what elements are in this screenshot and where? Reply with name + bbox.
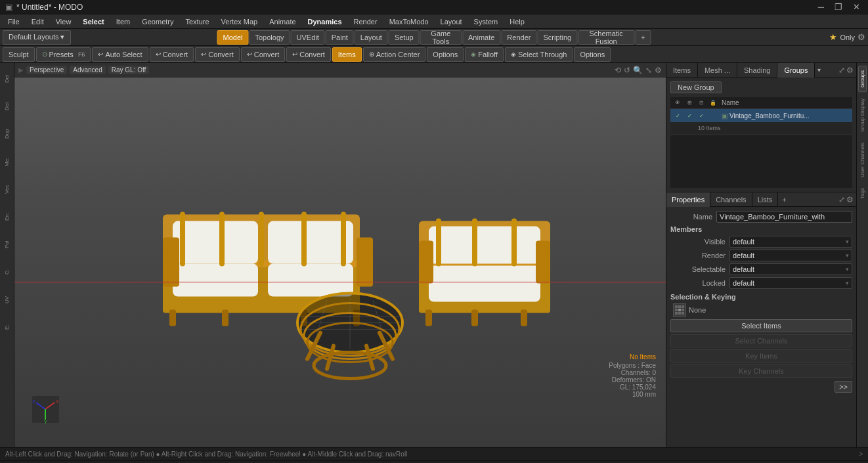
sidebar-item-e[interactable]: E: bbox=[3, 314, 11, 340]
render-select[interactable]: default ▾ bbox=[729, 250, 852, 261]
sidebar-item-en[interactable]: En: bbox=[3, 204, 11, 230]
presets-btn[interactable]: ⊙ Presets F6 bbox=[36, 47, 91, 62]
vp-gizmo-arrows[interactable]: ⟲ bbox=[615, 66, 621, 75]
prop-expand-icon[interactable]: ⤢ bbox=[838, 195, 845, 204]
vp-gizmo-fit[interactable]: ⤡ bbox=[645, 66, 652, 75]
sidebar-item-uv[interactable]: UV bbox=[3, 286, 11, 313]
selectable-select[interactable]: default ▾ bbox=[729, 263, 852, 275]
sidebar-item-me[interactable]: Me: bbox=[3, 148, 11, 175]
sidebar-item-default2[interactable]: Dei bbox=[3, 93, 11, 120]
visible-select[interactable]: default ▾ bbox=[729, 236, 852, 248]
presets-label: Presets bbox=[49, 51, 74, 58]
menu-edit[interactable]: Edit bbox=[26, 16, 49, 27]
far-tab-groupdisplay[interactable]: Group Display bbox=[859, 95, 866, 136]
options-btn1[interactable]: Options bbox=[427, 47, 464, 62]
auto-select-btn[interactable]: ↩ Auto Select bbox=[92, 47, 148, 62]
sculpt-btn[interactable]: Sculpt bbox=[3, 47, 35, 62]
falloff-btn[interactable]: ◈ Falloff bbox=[465, 47, 504, 62]
viewport[interactable]: ▶ Perspective Advanced Ray GL: Off ⟲ ↺ 🔍… bbox=[14, 63, 666, 447]
tab-paint[interactable]: Paint bbox=[326, 30, 354, 45]
options-btn2[interactable]: Options bbox=[574, 47, 611, 62]
far-tab-groups[interactable]: Groups bbox=[858, 66, 867, 92]
title-bar-controls[interactable]: ─ ❐ ✕ bbox=[815, 2, 863, 12]
sidebar-item-dup[interactable]: Dup bbox=[3, 121, 11, 147]
menu-layout[interactable]: Layout bbox=[435, 16, 467, 27]
tab-items[interactable]: Items bbox=[666, 63, 698, 77]
menu-animate[interactable]: Animate bbox=[264, 16, 301, 27]
menu-item[interactable]: Item bbox=[111, 16, 135, 27]
locked-select[interactable]: default ▾ bbox=[729, 277, 852, 289]
items-list-header: 👁 ⊞ ⊡ 🔒 Name bbox=[670, 97, 852, 109]
sidebar-item-default[interactable]: Dei bbox=[3, 66, 11, 92]
menu-vertexmap[interactable]: Vertex Map bbox=[216, 16, 263, 27]
tab-gametools[interactable]: Game Tools bbox=[420, 30, 462, 45]
sidebar-item-pol[interactable]: Pol bbox=[3, 231, 11, 257]
advanced-btn[interactable]: Advanced bbox=[70, 66, 105, 74]
ptab-add[interactable]: + bbox=[778, 192, 790, 207]
ptab-channels[interactable]: Channels bbox=[710, 192, 752, 207]
key-channels-button[interactable]: Key Channels bbox=[670, 364, 852, 378]
key-items-button[interactable]: Key Items bbox=[670, 349, 852, 363]
tab-groups[interactable]: Groups bbox=[777, 63, 815, 77]
tab-dropdown[interactable]: ▾ bbox=[815, 65, 823, 75]
select-channels-button[interactable]: Select Channels bbox=[670, 334, 852, 347]
tab-animate[interactable]: Animate bbox=[462, 30, 500, 45]
tab-mesh[interactable]: Mesh ... bbox=[698, 63, 737, 77]
menu-view[interactable]: View bbox=[51, 16, 77, 27]
expand-icon[interactable]: > bbox=[859, 451, 863, 458]
svg-rect-5 bbox=[173, 263, 258, 296]
convert-btn4[interactable]: ↩ Convert bbox=[286, 47, 331, 62]
vp-gizmo-search[interactable]: 🔍 bbox=[633, 66, 643, 75]
tab-add[interactable]: + bbox=[635, 30, 651, 45]
select-through-btn[interactable]: ◈ Select Through bbox=[505, 47, 573, 62]
vp-gizmo-settings[interactable]: ⚙ bbox=[655, 66, 662, 75]
group-name-cell: ▣ Vintage_Bamboo_Furnitu... bbox=[719, 112, 851, 120]
tab-uvedit[interactable]: UVEdit bbox=[291, 30, 325, 45]
minimize-button[interactable]: ─ bbox=[815, 2, 827, 12]
close-button[interactable]: ✕ bbox=[850, 2, 863, 12]
panel-expand-icon[interactable]: ⤢ bbox=[838, 66, 845, 75]
menu-texture[interactable]: Texture bbox=[180, 16, 214, 27]
ray-off-btn[interactable]: Ray GL: Off bbox=[108, 66, 150, 74]
sidebar-item-vec[interactable]: Vec bbox=[3, 176, 11, 202]
tab-schematic[interactable]: Schematic Fusion bbox=[578, 30, 634, 45]
ptab-properties[interactable]: Properties bbox=[666, 192, 710, 207]
prop-settings-icon[interactable]: ⚙ bbox=[846, 195, 854, 204]
menu-select[interactable]: Select bbox=[77, 16, 109, 27]
new-group-button[interactable]: New Group bbox=[670, 81, 722, 93]
group-row[interactable]: ✓ ✓ ✓ ▣ Vintage_Bamboo_Furnitu... bbox=[670, 109, 852, 122]
convert-btn3[interactable]: ↩ Convert bbox=[241, 47, 286, 62]
more-button[interactable]: >> bbox=[835, 381, 852, 393]
select-items-button[interactable]: Select Items bbox=[670, 319, 852, 332]
far-tab-tags[interactable]: Tags bbox=[859, 184, 866, 203]
menu-dynamics[interactable]: Dynamics bbox=[303, 16, 347, 27]
tab-model[interactable]: Model bbox=[217, 30, 249, 45]
tab-render[interactable]: Render bbox=[501, 30, 536, 45]
tab-setup[interactable]: Setup bbox=[389, 30, 420, 45]
menu-file[interactable]: File bbox=[3, 16, 25, 27]
tab-scripting[interactable]: Scripting bbox=[537, 30, 577, 45]
items-btn[interactable]: Items bbox=[332, 47, 362, 62]
menu-maxtomodo[interactable]: MaxToModo bbox=[384, 16, 434, 27]
ptab-lists[interactable]: Lists bbox=[752, 192, 779, 207]
panel-settings-icon[interactable]: ⚙ bbox=[846, 66, 854, 75]
sidebar-item-c[interactable]: C: bbox=[3, 259, 11, 285]
action-center-btn[interactable]: ⊕ Action Center bbox=[363, 47, 426, 62]
name-input[interactable] bbox=[716, 211, 852, 223]
menu-help[interactable]: Help bbox=[504, 16, 530, 27]
maximize-button[interactable]: ❐ bbox=[832, 2, 845, 12]
menu-system[interactable]: System bbox=[469, 16, 504, 27]
far-tab-userchannels[interactable]: User Channels bbox=[859, 139, 866, 181]
settings-icon[interactable]: ⚙ bbox=[857, 32, 865, 42]
tab-shading[interactable]: Shading bbox=[737, 63, 777, 77]
vp-gizmo-refresh[interactable]: ↺ bbox=[624, 66, 630, 75]
tab-topology[interactable]: Topology bbox=[249, 30, 290, 45]
perspective-btn[interactable]: Perspective bbox=[26, 66, 67, 74]
menu-render[interactable]: Render bbox=[349, 16, 383, 27]
convert-btn2[interactable]: ↩ Convert bbox=[195, 47, 240, 62]
default-layouts-btn[interactable]: Default Layouts ▾ bbox=[3, 30, 71, 45]
tab-layout[interactable]: Layout bbox=[355, 30, 388, 45]
render-label: Render bbox=[670, 252, 729, 259]
convert-btn1[interactable]: ↩ Convert bbox=[150, 47, 194, 62]
menu-geometry[interactable]: Geometry bbox=[137, 16, 179, 27]
